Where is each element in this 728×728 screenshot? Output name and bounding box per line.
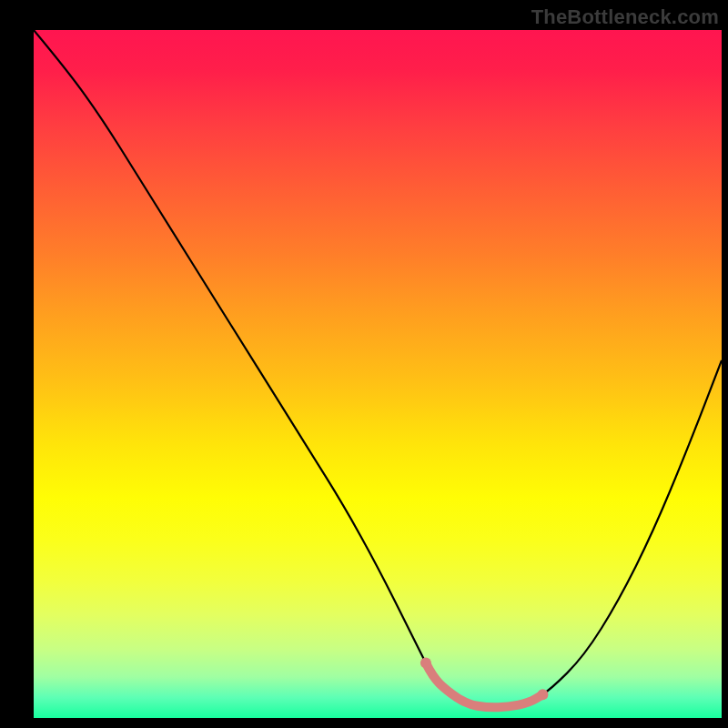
highlight-dot-left [420,658,431,669]
chart-frame: TheBottleneck.com [0,0,728,728]
highlight-segment [426,663,543,708]
watermark-label: TheBottleneck.com [531,5,719,29]
curve-layer [34,30,722,718]
plot-area [34,30,722,718]
bottleneck-curve [34,30,722,707]
highlight-dot-right [537,689,548,700]
